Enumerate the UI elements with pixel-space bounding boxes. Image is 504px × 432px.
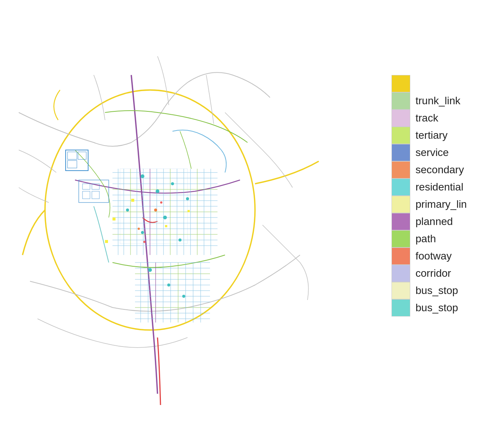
legend-item-residential: residential [392,178,496,196]
svg-point-79 [160,201,162,204]
legend-color-residential [392,178,410,196]
map-area [0,0,356,432]
legend-color-primary-lin [392,196,410,213]
legend-color-secondary [392,161,410,178]
legend-color-bus-stop-yellow [392,282,410,299]
legend-label-path: path [410,233,436,245]
svg-rect-74 [105,240,108,243]
svg-point-80 [143,241,146,243]
svg-point-68 [178,238,182,242]
legend-label-secondary: secondary [410,164,464,176]
legend-label-bus-stop: bus_stop [410,285,458,297]
legend-color-track [392,110,410,127]
legend-color-planned [392,213,410,230]
legend-label-residential: residential [410,181,464,193]
legend-color-footway [392,248,410,265]
legend-item-track: track [392,110,496,127]
legend-item-tertiary: tertiary [392,127,496,144]
legend-color-trunk-link [392,92,410,110]
legend-label-planned: planned [410,216,453,228]
legend-item-bus-stop-teal: bus_stop [392,299,496,316]
svg-point-71 [182,295,185,298]
legend-item-primary-lin: primary_lin [392,196,496,213]
svg-rect-75 [165,225,167,227]
legend-label-bus-stop-teal: bus_stop [410,302,458,314]
legend-item-planned: planned [392,213,496,230]
legend-top-swatch [392,75,410,92]
svg-rect-73 [131,199,134,202]
legend-color-corridor [392,265,410,282]
legend-color-bus-stop-teal [392,299,410,316]
legend-color-tertiary [392,127,410,144]
svg-point-66 [141,231,144,234]
legend-label-footway: footway [410,250,452,262]
legend-label-service: service [410,147,449,159]
svg-point-64 [186,197,189,200]
legend-item-path: path [392,230,496,248]
legend-item-service: service [392,144,496,161]
legend-label-tertiary: tertiary [410,129,448,141]
svg-point-63 [171,182,174,185]
legend-item-corridor: corridor [392,265,496,282]
legend-item-secondary: secondary [392,161,496,178]
legend: trunk_link track tertiary service second… [392,75,496,316]
legend-item-bus-stop-yellow: bus_stop [392,282,496,299]
svg-point-61 [141,174,144,178]
legend-color-service [392,144,410,161]
svg-point-67 [163,216,167,219]
legend-label-corridor: corridor [410,267,451,279]
svg-point-62 [156,189,159,193]
svg-point-69 [148,268,152,272]
svg-rect-72 [112,218,116,220]
legend-item-trunk-link: trunk_link [392,92,496,110]
legend-label-track: track [410,112,438,124]
legend-color-path [392,230,410,248]
svg-point-78 [138,228,140,230]
svg-point-65 [126,208,129,212]
svg-rect-76 [188,210,190,212]
svg-rect-0 [0,0,356,432]
svg-point-77 [154,208,157,212]
legend-label-trunk-link: trunk_link [410,95,460,107]
svg-point-70 [167,284,170,286]
legend-label-primary-lin: primary_lin [410,198,467,210]
legend-item-footway: footway [392,248,496,265]
